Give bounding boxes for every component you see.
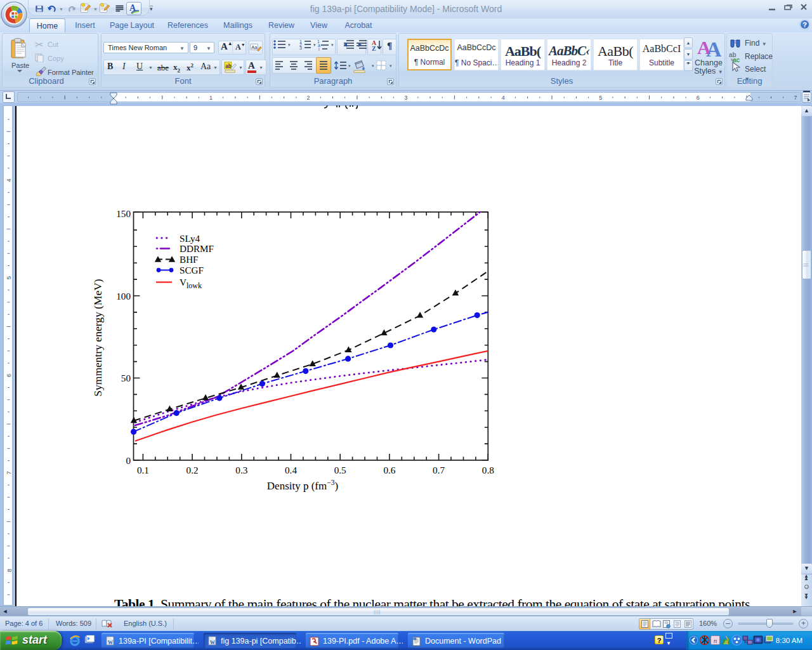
svg-text:Symmentry energy (MeV): Symmentry energy (MeV) <box>91 279 104 397</box>
svg-text:100: 100 <box>116 291 131 302</box>
svg-text:0: 0 <box>126 455 131 466</box>
svg-text:0.8: 0.8 <box>482 465 494 475</box>
svg-text:0.6: 0.6 <box>383 465 395 475</box>
svg-text:0.2: 0.2 <box>187 465 199 475</box>
svg-text:Vlowk: Vlowk <box>180 277 202 290</box>
svg-text:0.3: 0.3 <box>235 465 247 475</box>
svg-text:0.7: 0.7 <box>433 465 445 475</box>
svg-text:SCGF: SCGF <box>180 265 204 275</box>
svg-text:SLy4: SLy4 <box>180 233 200 244</box>
svg-text:150: 150 <box>116 208 131 219</box>
svg-text:Density p (fm−3): Density p (fm−3) <box>267 479 338 492</box>
svg-text:0.4: 0.4 <box>285 465 297 475</box>
svg-text:0.5: 0.5 <box>334 465 346 475</box>
svg-text:50: 50 <box>121 373 131 383</box>
svg-text:DDRMF: DDRMF <box>180 243 214 254</box>
svg-text:0.1: 0.1 <box>137 465 149 475</box>
svg-text:BHF: BHF <box>180 254 199 265</box>
